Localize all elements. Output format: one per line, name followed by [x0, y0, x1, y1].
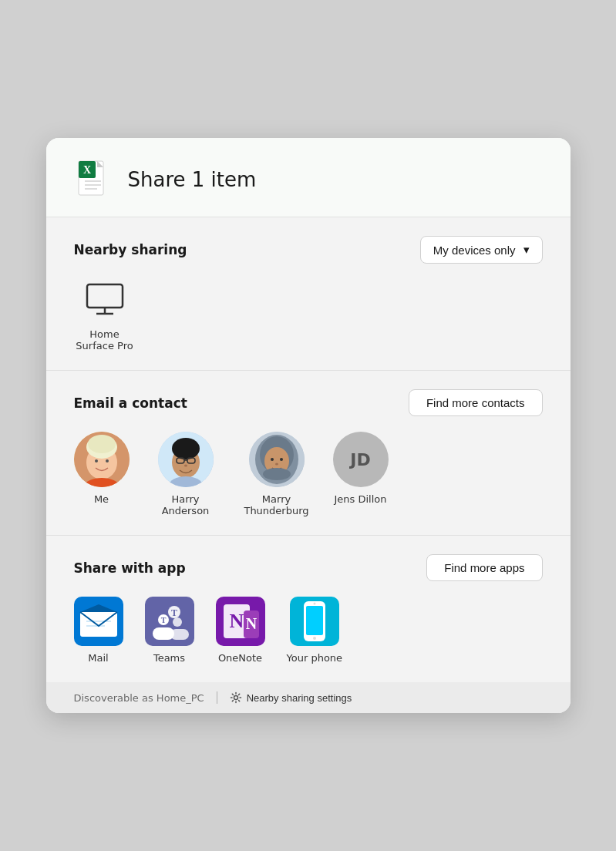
dialog-body: Nearby sharing My devices only ▾ Hom [46, 217, 571, 682]
app-label-mail: Mail [88, 652, 108, 664]
app-item-onenote[interactable]: N N OneNote [216, 597, 265, 664]
svg-point-30 [271, 458, 274, 461]
svg-point-33 [263, 468, 291, 480]
dialog-header: X Share 1 item [46, 138, 571, 217]
svg-text:T: T [160, 616, 166, 624]
avatar-harry-anderson [158, 432, 214, 487]
mail-icon [74, 597, 123, 646]
nearby-sharing-header: Nearby sharing My devices only ▾ [74, 236, 543, 264]
device-label: Home Surface Pro [74, 328, 136, 352]
svg-point-55 [313, 637, 316, 640]
svg-text:X: X [82, 164, 90, 176]
gear-icon [230, 691, 242, 704]
nearby-sharing-title: Nearby sharing [74, 242, 187, 257]
contact-item-marry-thunderburg[interactable]: Marry Thunderburg [242, 432, 311, 516]
svg-point-16 [106, 459, 109, 462]
svg-rect-8 [87, 284, 123, 308]
email-contact-section: Email a contact Find more contacts [46, 371, 571, 536]
contact-label-jens: Jens Dillon [334, 493, 386, 505]
svg-rect-46 [170, 629, 189, 640]
contact-label-marry: Marry Thunderburg [242, 493, 311, 516]
svg-point-15 [95, 459, 98, 462]
svg-text:N: N [229, 610, 244, 632]
footer-divider [217, 691, 217, 704]
app-item-mail[interactable]: Mail [74, 597, 123, 664]
svg-point-20 [172, 438, 200, 459]
svg-point-45 [173, 617, 182, 627]
dropdown-label: My devices only [433, 244, 516, 257]
app-item-teams[interactable]: T T Teams [145, 597, 194, 664]
svg-point-56 [313, 603, 315, 605]
svg-point-14 [88, 435, 116, 453]
find-more-apps-button[interactable]: Find more apps [426, 554, 542, 581]
avatar-jens-dillon: JD [333, 432, 389, 487]
nearby-sharing-dropdown[interactable]: My devices only ▾ [420, 236, 543, 264]
app-item-your-phone[interactable]: Your phone [287, 597, 343, 664]
app-label-your-phone: Your phone [287, 652, 343, 664]
avatar-marry-thunderburg [249, 432, 305, 487]
svg-point-31 [280, 458, 283, 461]
devices-row: Home Surface Pro [74, 279, 543, 352]
contact-item-me[interactable]: Me [74, 432, 130, 516]
teams-icon: T T [145, 597, 194, 646]
email-contact-header: Email a contact Find more contacts [74, 389, 543, 416]
settings-label: Nearby sharing settings [247, 692, 352, 704]
share-with-app-title: Share with app [74, 560, 186, 576]
onenote-icon: N N [216, 597, 265, 646]
contact-item-harry-anderson[interactable]: Harry Anderson [151, 432, 220, 516]
svg-rect-54 [306, 606, 323, 635]
email-contact-title: Email a contact [74, 395, 187, 411]
svg-point-25 [184, 465, 187, 467]
your-phone-icon [290, 597, 339, 646]
apps-row: Mail T T [74, 597, 543, 664]
share-dialog: X Share 1 item Nearby sharing My devices… [46, 138, 571, 713]
device-item-home-surface-pro[interactable]: Home Surface Pro [74, 279, 136, 352]
dialog-title: Share 1 item [128, 168, 257, 191]
contact-label-harry: Harry Anderson [151, 493, 220, 516]
svg-text:T: T [170, 607, 177, 618]
app-label-onenote: OneNote [218, 652, 262, 664]
monitor-icon [83, 279, 126, 322]
avatar-me [74, 432, 130, 487]
svg-text:N: N [245, 615, 257, 632]
nearby-sharing-section: Nearby sharing My devices only ▾ Hom [46, 217, 571, 371]
svg-point-57 [234, 696, 237, 700]
find-more-contacts-button[interactable]: Find more contacts [409, 389, 543, 416]
contacts-row: Me [74, 432, 543, 516]
share-with-app-section: Share with app Find more apps [46, 536, 571, 682]
chevron-down-icon: ▾ [523, 243, 530, 257]
contact-label-me: Me [94, 493, 109, 505]
nearby-sharing-settings-button[interactable]: Nearby sharing settings [230, 691, 352, 704]
share-with-app-header: Share with app Find more apps [74, 554, 543, 581]
discoverable-text: Discoverable as Home_PC [74, 692, 204, 704]
svg-point-32 [275, 463, 278, 466]
file-icon: X [74, 160, 114, 200]
app-label-teams: Teams [153, 652, 185, 664]
contact-item-jens-dillon[interactable]: JD Jens Dillon [333, 432, 389, 516]
dialog-footer: Discoverable as Home_PC Nearby sharing s… [46, 682, 571, 713]
